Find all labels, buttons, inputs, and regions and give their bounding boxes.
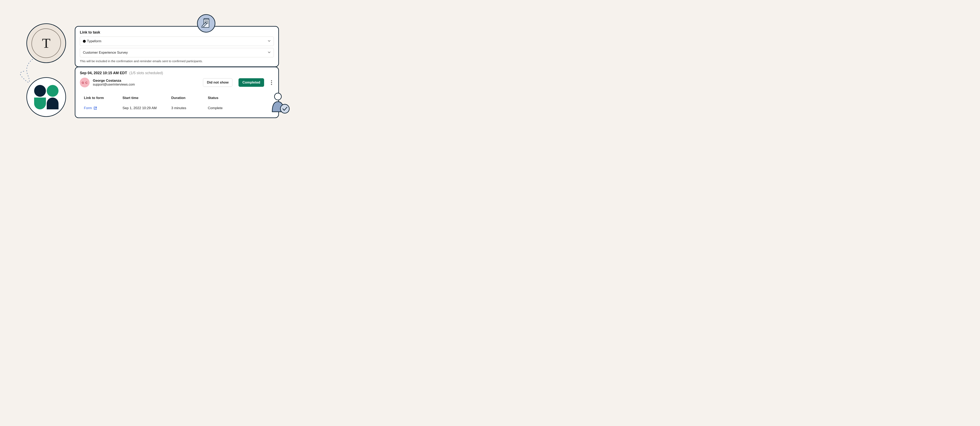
form-link-label: Form	[84, 106, 92, 110]
col-status: Status	[208, 96, 270, 100]
did-not-show-button[interactable]: Did not show	[203, 78, 232, 87]
more-menu-button[interactable]	[269, 79, 274, 86]
document-edit-icon	[197, 14, 215, 32]
participant-row: G C George Costanza support@userintervie…	[80, 78, 274, 88]
session-datetime: Sep 04, 2022 10:15 AM EDT	[80, 71, 127, 75]
chevron-down-icon	[267, 51, 271, 55]
typeform-logo-badge: T	[26, 23, 66, 63]
svg-point-4	[280, 104, 289, 113]
completed-button[interactable]: Completed	[239, 78, 264, 87]
task-survey-select[interactable]: Customer Experience Survey	[80, 48, 274, 57]
task-tool-value: Typeform	[87, 39, 267, 43]
session-panel: Sep 04, 2022 10:15 AM EDT (1/5 slots sch…	[75, 67, 279, 118]
userinterviews-logo-badge	[26, 77, 66, 117]
session-slots: (1/5 slots scheduled)	[129, 71, 163, 75]
participant-complete-icon	[268, 93, 291, 115]
participant-email: support@userinterviews.com	[93, 83, 135, 86]
typeform-letter: T	[42, 35, 51, 51]
col-start-time: Start time	[123, 96, 169, 100]
session-table: Link to form Start time Duration Status …	[80, 94, 274, 114]
cell-status: Complete	[208, 106, 270, 110]
cell-start-time: Sep 1, 2022 10:29 AM	[123, 106, 169, 110]
participant-name: George Costanza	[93, 79, 135, 83]
typeform-dot-icon	[83, 40, 86, 43]
col-link-to-form: Link to form	[84, 96, 121, 100]
external-link-icon	[94, 107, 97, 110]
chevron-down-icon	[267, 39, 271, 43]
cell-link-to-form: Form	[84, 106, 121, 110]
svg-point-3	[274, 93, 282, 100]
col-duration: Duration	[171, 96, 206, 100]
participant-info: George Costanza support@userinterviews.c…	[93, 79, 135, 86]
avatar: G C	[80, 78, 89, 88]
session-header: Sep 04, 2022 10:15 AM EDT (1/5 slots sch…	[80, 71, 274, 75]
task-tool-select[interactable]: Typeform	[80, 37, 274, 46]
link-to-task-heading: Link to task	[80, 30, 274, 35]
typeform-logo-shape: T	[32, 29, 61, 58]
task-survey-value: Customer Experience Survey	[83, 51, 267, 55]
userinterviews-logo	[34, 85, 59, 109]
task-helper-text: This will be included in the confirmatio…	[80, 59, 274, 63]
link-to-task-panel: Link to task Typeform Customer Experienc…	[75, 26, 279, 67]
form-link[interactable]: Form	[84, 106, 97, 110]
cell-duration: 3 minutes	[171, 106, 206, 110]
